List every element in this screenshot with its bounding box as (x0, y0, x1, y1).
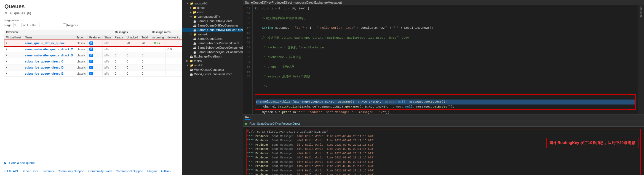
cell-incoming (150, 46, 165, 52)
page-of: of 1 (23, 23, 28, 27)
table-row[interactable]: / same_subscribe_queue_direct_D classic … (4, 52, 182, 58)
tree-label: direct (197, 6, 205, 9)
cell-features: D (87, 52, 103, 58)
cell-deliver (166, 52, 182, 58)
cell-name[interactable]: subscribe_queue_direct_C (23, 58, 75, 64)
nav-tutorials[interactable]: Tutorials (42, 169, 54, 173)
terminal-line: **** Producer Sent Message: 'id=6 Hello … (247, 160, 640, 164)
nav-plugins[interactable]: Plugins (147, 169, 157, 173)
tree-item-SameQueueDiffKeyProducerDirect[interactable]: ☕ SameQueueDiffKeyProducerDirect (182, 28, 243, 32)
tree-label: SameQueueDiffKeyConst (197, 19, 232, 23)
cell-vhost: / (4, 46, 23, 52)
nav-community-support[interactable]: Community Support (58, 169, 84, 173)
cell-vhost: / (4, 64, 23, 70)
tree-item-samerk[interactable]: ▼ 📁 samerk (182, 32, 243, 36)
code-line: String messageC = "id=" + i + "_Hello Wo… (255, 26, 636, 31)
tree-item-work2[interactable]: ▼ 📁 work2 (182, 63, 243, 67)
nav-http-api[interactable]: HTTP API (4, 169, 18, 173)
line-number: 53 (245, 6, 250, 11)
tab-run[interactable]: Run (245, 116, 250, 120)
code-content[interactable]: for (int i = 0; i < 10; i++) { //定义消息内容(… (253, 5, 638, 114)
chevron-icon: ▼ (186, 2, 189, 5)
cell-ready: 0 (113, 70, 125, 77)
tree-item-error[interactable]: ▶ 📁 error (182, 10, 243, 14)
code-line: System.out.println("**** Producer Sent M… (255, 110, 636, 114)
terminal-outlined-box: "C:\Program Files\Java\jdk1.8.0_181\bin\… (246, 129, 641, 175)
add-queue-button[interactable]: ▶ + Add a new queue (0, 159, 182, 167)
page-title: Queues (0, 0, 182, 11)
cell-type: classic (75, 40, 87, 46)
cell-features: D (87, 58, 103, 64)
tree-item-SameQueueDiffKeyConst[interactable]: ☕ SameQueueDiffKeyConst (182, 19, 243, 23)
col-vhost: Virtual host (4, 35, 23, 40)
cell-deliver (166, 70, 182, 77)
terminal-line: **** Producer Sent Message: 'id=8 Hello … (247, 169, 640, 173)
tree-item-SameSubscribeQueueConsumerDirec[interactable]: ☕ SameSubscribeQueueConsumerDirec (182, 45, 243, 50)
table-row[interactable]: / subscribe_queue_direct_C classic D idl… (4, 58, 182, 64)
nav-community-slack[interactable]: Community Slack (88, 169, 112, 173)
tree-item-ExchangeTypeEnum[interactable]: ☕ ExchangeTypeEnum (182, 54, 243, 59)
cell-total: 0 (140, 52, 150, 58)
java-icon: ☕ (193, 20, 196, 23)
tree-item-SameSubscribeProducerDirect[interactable]: ☕ SameSubscribeProducerDirect (182, 41, 243, 45)
regex-checkbox[interactable] (63, 23, 66, 27)
terminal-content: "C:\Program Files\Java\jdk1.8.0_181\bin\… (243, 127, 644, 175)
cell-total: 20 (140, 40, 150, 46)
cell-ready: 0 (113, 46, 125, 52)
nav-github[interactable]: GitHub (161, 169, 170, 173)
cell-incoming: 0.00/s (150, 40, 165, 46)
tree-label: subscrib3 (194, 2, 207, 5)
tree-label: SameQueueDiffKeyConsumer (197, 24, 238, 27)
chevron-icon: ▼ (190, 15, 192, 18)
tree-item-samequeuediffrk[interactable]: ▼ 📁 samequeuediffrk (182, 14, 243, 19)
java-icon: ☕ (190, 55, 193, 58)
cell-incoming (150, 58, 165, 64)
tree-item-subscrib3[interactable]: ▼ 📁 subscrib3 (182, 1, 243, 6)
folder-icon: 📁 (193, 6, 196, 9)
cell-name[interactable]: subscribe_queue_direct_E (23, 70, 75, 77)
filter-label: Filter: (30, 23, 38, 27)
cell-name[interactable]: subscribe_queue_direct_D (23, 64, 75, 70)
tree-item-direct[interactable]: ▶ 📁 direct (182, 6, 243, 10)
terminal-line: **** Producer Sent Message: 'id=2 Hello … (247, 143, 640, 147)
chevron-icon: ▶ (190, 11, 192, 14)
cell-name[interactable]: same_subscribe_queue_direct_C (23, 46, 75, 52)
table-row[interactable]: / same_subscribe_queue_direct_C classic … (4, 46, 182, 52)
table-row[interactable]: / same_queue_diff_rk_queue classic D idl… (4, 40, 182, 46)
cell-deliver (166, 64, 182, 70)
nav-commercial-support[interactable]: Commercial Support (116, 169, 143, 173)
java-icon: ☕ (190, 68, 193, 71)
code-line: //定义消息内容(发布多条消息) (255, 16, 636, 21)
code-line: * queuename - 队列信息 (255, 55, 636, 60)
nav-server-docs[interactable]: Server Docs (22, 169, 39, 173)
tree-item-WorkQueueConsumer[interactable]: ☕ WorkQueueConsumer (182, 67, 243, 72)
tree-label: SameSubscribeQueueConsumerDirec (197, 50, 243, 54)
run-play-icon[interactable]: ▶ (245, 121, 248, 126)
pagination-label: Pagination (4, 19, 177, 22)
java-icon: ☕ (193, 37, 196, 40)
structure-icon[interactable]: Structure (640, 6, 643, 18)
page-input[interactable] (13, 23, 22, 27)
table-row[interactable]: / subscribe_queue_direct_E classic D idl… (4, 70, 182, 77)
cell-features: D (87, 64, 103, 70)
tree-item-SameQueueConst[interactable]: ☕ SameQueueConst (182, 36, 243, 41)
filter-input[interactable] (39, 23, 61, 27)
tree-item-WorkQueueConsumerOther[interactable]: ☕ WorkQueueConsumerOther (182, 72, 243, 76)
cell-incoming (150, 52, 165, 58)
tree-item-SameSubscribeQueueConsumerDirec2[interactable]: ☕ SameSubscribeQueueConsumerDirec (182, 50, 243, 54)
tree-item-topic5[interactable]: ▶ 📁 topic5 (182, 59, 243, 63)
col-deliver: deliver / g (166, 35, 182, 40)
all-queues-toggle[interactable]: ▼ All queues (6) (0, 11, 182, 17)
terminal-line: **** Producer Sent Message: 'id=4 Hello … (247, 152, 640, 156)
breadcrumb: SameQueueDiffKeyProducerDirect > produce… (245, 1, 342, 4)
line-number: 58 (245, 31, 250, 36)
cell-name[interactable]: same_queue_diff_rk_queue (23, 40, 75, 46)
chevron-icon: ▶ (186, 59, 188, 62)
cell-name[interactable]: same_subscribe_queue_direct_D (23, 52, 75, 58)
terminal-line: **** Producer Sent Message: 'id=9 Hello … (247, 173, 640, 175)
left-panel: Queues ▼ All queues (6) Pagination Page … (0, 0, 182, 175)
table-row[interactable]: / subscribe_queue_direct_D classic D idl… (4, 64, 182, 70)
folder-icon: 📁 (190, 64, 193, 67)
tree-item-SameQueueDiffKeyConsumer[interactable]: ☕ SameQueueDiffKeyConsumer (182, 23, 243, 28)
terminal-line: **** Producer Sent Message: 'id=3 Hello … (247, 147, 640, 152)
